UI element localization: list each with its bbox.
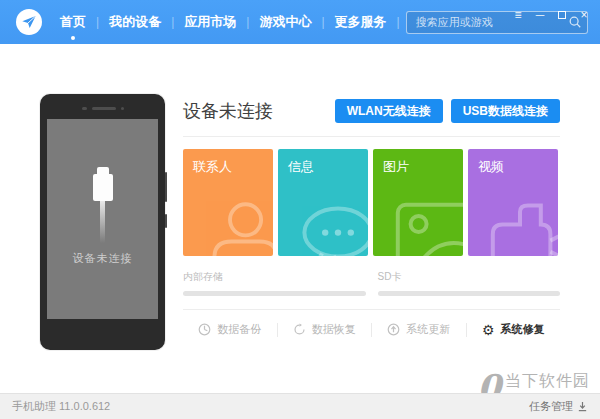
status-bar: 手机助理 11.0.0.612 任务管理: [0, 393, 600, 419]
card-pictures[interactable]: 图片: [373, 149, 463, 256]
card-label: 联系人: [193, 158, 232, 176]
action-label: 数据恢复: [312, 322, 356, 337]
nav-label: 更多服务: [335, 14, 387, 29]
panel-header: 设备未连接 WLAN无线连接 USB数据线连接: [183, 99, 560, 123]
action-data-restore[interactable]: 数据恢复: [278, 322, 372, 337]
card-messages[interactable]: 信息: [278, 149, 368, 256]
phone-status-text: 设备未连接: [73, 251, 133, 266]
phone-illustration: 设备未连接: [40, 94, 165, 350]
action-row: 数据备份 数据恢复 系统更新 ⚙ 系统修复: [183, 322, 560, 337]
task-manager-button[interactable]: 任务管理: [529, 399, 588, 414]
app-window: 首页 | 我的设备 | 应用市场 | 游戏中心 | 更多服务 |: [0, 0, 600, 419]
card-contacts[interactable]: 联系人: [183, 149, 273, 256]
backup-clock-icon: [198, 323, 211, 336]
message-icon: [298, 202, 368, 256]
maximize-button[interactable]: [554, 7, 570, 23]
nav-item-game-center[interactable]: 游戏中心: [249, 0, 321, 44]
nav-divider: |: [397, 15, 400, 29]
nav-item-more-services[interactable]: 更多服务: [325, 0, 397, 44]
sensor-dot: [82, 107, 87, 110]
action-label: 数据备份: [217, 322, 261, 337]
device-panel: 设备未连接 WLAN无线连接 USB数据线连接 联系人 信息: [183, 44, 560, 337]
nav-item-my-devices[interactable]: 我的设备: [99, 0, 171, 44]
action-label: 系统修复: [501, 322, 545, 337]
internal-storage: 内部存储: [183, 270, 366, 296]
action-label: 系统更新: [406, 322, 450, 337]
maximize-icon: [558, 11, 566, 19]
card-videos[interactable]: 视频: [468, 149, 558, 256]
sd-card-bar: [378, 291, 561, 296]
earpiece-slot: [92, 107, 116, 110]
active-tab-dot: [71, 36, 75, 40]
watermark-site-name: 当下软件园: [505, 371, 590, 392]
phone-screen: 设备未连接: [47, 119, 158, 319]
page-title: 设备未连接: [183, 99, 327, 123]
action-system-repair[interactable]: ⚙ 系统修复: [467, 322, 561, 337]
nav-label: 应用市场: [184, 14, 236, 29]
contact-icon: [205, 198, 273, 256]
card-label: 视频: [478, 158, 504, 176]
action-system-update[interactable]: 系统更新: [372, 322, 466, 337]
close-button[interactable]: ×: [576, 7, 592, 23]
phone-power-button: [165, 214, 167, 228]
card-label: 图片: [383, 158, 409, 176]
storage-section: 内部存储 SD卡: [183, 270, 560, 296]
divider: [183, 136, 560, 137]
category-cards: 联系人 信息 图片: [183, 149, 560, 256]
storage-label: SD卡: [378, 270, 561, 284]
top-navigation-bar: 首页 | 我的设备 | 应用市场 | 游戏中心 | 更多服务 |: [0, 0, 600, 44]
task-manager-label: 任务管理: [529, 399, 573, 414]
nav-item-home[interactable]: 首页: [50, 0, 96, 44]
app-logo-icon: [16, 9, 42, 35]
video-camera-icon: [488, 202, 558, 256]
window-controls: ≡ ─ ×: [510, 0, 592, 30]
usb-connect-button[interactable]: USB数据线连接: [451, 99, 560, 123]
app-version-text: 手机助理 11.0.0.612: [12, 399, 529, 414]
divider: [183, 309, 560, 310]
sd-card-storage: SD卡: [378, 270, 561, 296]
main-nav: 首页 | 我的设备 | 应用市场 | 游戏中心 | 更多服务 |: [50, 0, 400, 44]
restore-refresh-icon: [293, 323, 306, 336]
camera-dot: [121, 107, 124, 110]
usb-body: [93, 174, 113, 201]
update-arrow-icon: [387, 323, 400, 336]
nav-label: 首页: [60, 14, 86, 29]
storage-label: 内部存储: [183, 270, 366, 284]
gear-icon: ⚙: [482, 323, 495, 337]
action-data-backup[interactable]: 数据备份: [183, 322, 277, 337]
wlan-connect-button[interactable]: WLAN无线连接: [335, 99, 443, 123]
nav-label: 游戏中心: [259, 14, 311, 29]
menu-icon[interactable]: ≡: [510, 7, 526, 23]
phone-top-bezel: [40, 103, 165, 113]
paper-plane-icon: [21, 14, 37, 30]
usb-tab: [97, 167, 109, 174]
usb-connector-icon: [93, 167, 113, 243]
minimize-button[interactable]: ─: [532, 7, 548, 23]
card-label: 信息: [288, 158, 314, 176]
phone-volume-button: [165, 172, 167, 202]
internal-storage-bar: [183, 291, 366, 296]
usb-cable: [100, 201, 105, 243]
nav-label: 我的设备: [109, 14, 161, 29]
nav-item-app-market[interactable]: 应用市场: [174, 0, 246, 44]
picture-icon: [393, 200, 463, 256]
download-icon: [577, 401, 588, 412]
